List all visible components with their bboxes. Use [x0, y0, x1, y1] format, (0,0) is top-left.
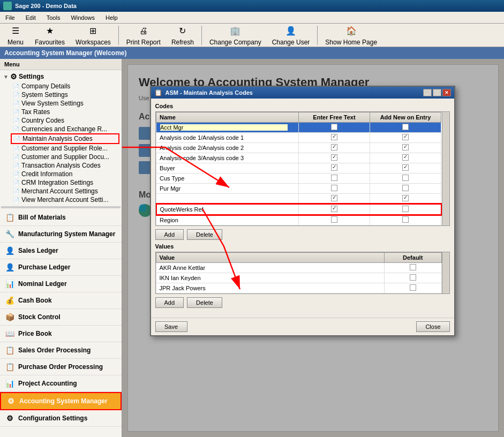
print-button[interactable]: 🖨 Print Report	[122, 23, 166, 48]
menu-button[interactable]: ☰ Menu	[2, 23, 29, 48]
table-row[interactable]: Region	[156, 215, 441, 225]
table-row[interactable]: Analysis code 3/Analysis code 3	[156, 153, 441, 163]
sidebar-item-system-settings[interactable]: 📄 System Settings	[11, 91, 119, 99]
save-button[interactable]: Save	[155, 321, 187, 332]
values-delete-button[interactable]: Delete	[187, 297, 222, 308]
settings-header[interactable]: ▼ ⚙ Settings	[2, 71, 119, 82]
checkbox-icon[interactable]	[402, 185, 409, 191]
checkbox-icon[interactable]	[331, 175, 337, 181]
sidebar-item-company-details[interactable]: 📄 Company Details	[11, 82, 119, 91]
default-cell	[384, 283, 441, 293]
sidebar-item-currencies[interactable]: 📄 Currencies and Exchange R...	[11, 125, 119, 133]
module-price-book[interactable]: 📖 Price Book	[0, 326, 122, 342]
module-sales-order[interactable]: 📋 Sales Order Processing	[0, 342, 122, 359]
row-add-new-cell	[370, 163, 441, 174]
checkbox-icon[interactable]	[331, 154, 337, 161]
list-item[interactable]: JPR Jack Powers	[156, 283, 441, 293]
sidebar-item-customer-supplier-doc[interactable]: 📄 Customer and Supplier Docu...	[11, 153, 119, 161]
values-add-button[interactable]: Add	[155, 297, 184, 308]
sidebar-item-country-codes[interactable]: 📄 Country Codes	[11, 116, 119, 125]
checkbox-icon[interactable]	[402, 175, 409, 181]
checkbox-icon[interactable]	[331, 134, 337, 140]
checkbox-icon[interactable]	[410, 284, 416, 291]
config-label: Configuration Settings	[18, 415, 87, 422]
sidebar-item-transaction-analysis[interactable]: 📄 Transaction Analysis Codes	[11, 161, 119, 170]
change-company-button[interactable]: 🏢 Change Company	[205, 23, 266, 48]
modal-close-button[interactable]: ✕	[442, 89, 451, 96]
checkbox-icon[interactable]	[402, 134, 409, 140]
user-icon: 👤	[284, 25, 297, 37]
module-nominal-ledger[interactable]: 📊 Nominal Ledger	[0, 276, 122, 292]
module-purchase-order[interactable]: 📋 Purchase Order Processing	[0, 359, 122, 375]
main-layout: Menu ▼ ⚙ Settings 📄 Company Details 📄	[0, 59, 504, 437]
acct-mgr-input[interactable]	[160, 124, 288, 131]
checkbox-icon[interactable]	[402, 154, 409, 161]
purchase-ledger-label: Purchase Ledger	[18, 263, 70, 271]
table-row[interactable]: Cus Type	[156, 174, 441, 184]
menu-windows[interactable]: Windows	[67, 13, 98, 22]
sidebar-item-customer-supplier-role[interactable]: 📄 Customer and Supplier Role...	[11, 144, 119, 153]
values-table-scrollbar[interactable]	[442, 252, 449, 293]
sidebar-item-merchant-account[interactable]: 📄 Merchant Account Settings	[11, 187, 119, 195]
module-manufacturing[interactable]: 🔧 Manufacturing System Manager	[0, 226, 122, 243]
checkbox-icon[interactable]	[331, 216, 337, 223]
codes-table-scrollbar[interactable]	[442, 112, 449, 225]
table-row[interactable]: Analysis code 2/Analysis code 2	[156, 143, 441, 153]
home-label: Show Home Page	[325, 39, 377, 46]
sidebar-item-tax-rates[interactable]: 📄 Tax Rates	[11, 108, 119, 116]
table-row[interactable]	[156, 194, 441, 205]
table-row[interactable]: Pur Mgr	[156, 184, 441, 194]
checkbox-icon[interactable]	[331, 185, 337, 191]
table-row-quoteworks[interactable]: QuoteWerks Ref.	[156, 204, 441, 215]
sidebar-item-crm-integration[interactable]: 📄 CRM Integration Settings	[11, 178, 119, 187]
values-btn-row: Add Delete	[155, 297, 450, 308]
list-item[interactable]: IKN Ian Keyden	[156, 273, 441, 283]
module-sales-ledger[interactable]: 👤 Sales Ledger	[0, 243, 122, 259]
checkbox-icon[interactable]	[331, 124, 337, 130]
modal-controls: _ □ ✕	[423, 89, 451, 96]
checkbox-icon[interactable]	[331, 144, 337, 150]
doc-icon: 📄	[13, 154, 19, 160]
checkbox-icon[interactable]	[402, 195, 409, 201]
table-row[interactable]: Analysis code 1/Analysis code 1	[156, 133, 441, 143]
sidebar-item-maintain-analysis-codes[interactable]: 📄 Maintain Analysis Codes	[11, 133, 119, 144]
sidebar-item-credit-information[interactable]: 📄 Credit Information	[11, 170, 119, 178]
module-bill-of-materials[interactable]: 📋 Bill of Materials	[0, 209, 122, 226]
list-item[interactable]: AKR Anne Kettlar	[156, 263, 441, 273]
checkbox-icon[interactable]	[402, 164, 409, 171]
codes-delete-button[interactable]: Delete	[187, 229, 222, 240]
table-row[interactable]	[156, 123, 441, 133]
checkbox-icon[interactable]	[331, 164, 337, 171]
sidebar-item-view-merchant[interactable]: 📄 View Merchant Account Setti...	[11, 195, 119, 204]
module-asm[interactable]: ⚙ Accounting System Manager	[0, 392, 122, 410]
favourites-button[interactable]: ★ Favourites	[30, 23, 70, 48]
menu-help[interactable]: Help	[102, 13, 121, 22]
menu-tools[interactable]: Tools	[43, 13, 64, 22]
module-project-accounting[interactable]: 📊 Project Accounting	[0, 375, 122, 392]
module-config[interactable]: ⚙ Configuration Settings	[0, 410, 122, 427]
refresh-button[interactable]: ↻ Refresh	[167, 23, 199, 48]
workspaces-button[interactable]: ⊞ Workspaces	[71, 23, 116, 48]
home-button[interactable]: 🏠 Show Home Page	[320, 23, 382, 48]
menu-file[interactable]: File	[2, 13, 18, 22]
checkbox-icon[interactable]	[331, 195, 337, 201]
table-row[interactable]: Buyer	[156, 163, 441, 174]
checkbox-icon[interactable]	[402, 144, 409, 150]
app-icon	[3, 2, 12, 10]
checkbox-icon[interactable]	[410, 264, 416, 270]
codes-add-button[interactable]: Add	[155, 229, 184, 240]
change-user-button[interactable]: 👤 Change User	[267, 23, 315, 48]
checkbox-icon[interactable]	[402, 124, 409, 130]
sidebar-item-view-system-settings[interactable]: 📄 View System Settings	[11, 99, 119, 108]
module-cash-book[interactable]: 💰 Cash Book	[0, 292, 122, 309]
modal-maximize-button[interactable]: □	[433, 89, 441, 96]
checkbox-icon[interactable]	[410, 274, 416, 281]
modal-minimize-button[interactable]: _	[423, 89, 432, 96]
module-purchase-ledger[interactable]: 👤 Purchase Ledger	[0, 259, 122, 276]
checkbox-icon[interactable]	[402, 216, 409, 223]
checkbox-icon[interactable]	[402, 206, 409, 212]
module-stock-control[interactable]: 📦 Stock Control	[0, 309, 122, 326]
close-button[interactable]: Close	[416, 321, 449, 332]
checkbox-icon[interactable]	[331, 206, 337, 212]
menu-edit[interactable]: Edit	[22, 13, 39, 22]
